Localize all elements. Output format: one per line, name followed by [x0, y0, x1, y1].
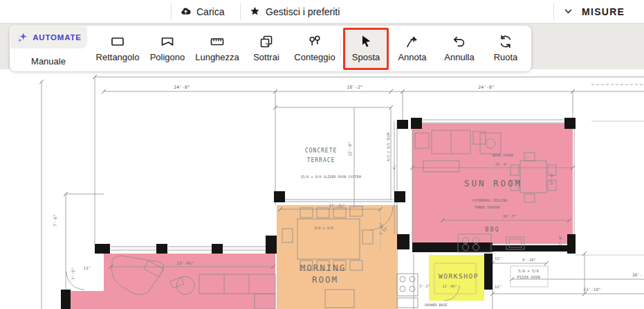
label-workshop: WORKSHOP — [439, 272, 479, 280]
upload-cloud-icon — [180, 6, 192, 17]
label-sldr: 4/3 x 4/5 SLDR — [386, 132, 390, 161]
label-cathedral: CATHEDRAL CEILING — [472, 198, 507, 202]
label-shower-base: SHOWER BASE — [424, 303, 447, 307]
label-sun-room: SUN ROOM — [464, 178, 522, 188]
label-dim-23-0: 23'-0" — [495, 162, 508, 166]
sparkle-icon — [16, 31, 29, 44]
label-dim-18-2: 18'-2" — [347, 85, 362, 90]
star-icon — [249, 6, 261, 17]
label-slider-door: 15/0 x 8/0 SLIDER DOOR SYSTEM — [300, 175, 360, 179]
automate-label: AUTOMATE — [33, 33, 82, 42]
label-wood-stove: WOOD STOVE — [493, 153, 513, 157]
tool-label: Poligono — [150, 52, 185, 62]
tool-label: Ruota — [494, 52, 518, 62]
label-morning-room: ROOM — [312, 274, 338, 285]
tool-sottrai[interactable]: Sottrai — [244, 28, 288, 69]
label-dim-7-6: 7'-6" — [53, 214, 57, 227]
label-dim-18-5: 18'-5" — [503, 214, 517, 218]
automate-toggle[interactable]: AUTOMATE — [10, 26, 87, 48]
label-bbq: BBQ — [485, 226, 499, 233]
manuale-tab[interactable]: Manuale — [10, 56, 87, 67]
tool-sposta-selected[interactable]: Sposta — [343, 28, 389, 70]
drawing-canvas[interactable]: 24'-0" 18'-2" 24'-0" 12'-0" CONCRETE TER… — [0, 23, 644, 309]
label-table-size: 8/0 x 3/9 — [314, 226, 333, 230]
tool-label: Lunghezza — [195, 52, 239, 62]
misure-label: MISURE — [582, 6, 625, 17]
tool-rettangolo[interactable]: Rettangolo — [95, 28, 140, 69]
count-pins-icon — [306, 33, 323, 50]
tool-label: Sottrai — [253, 52, 279, 62]
carica-label: Carica — [196, 6, 224, 17]
top-bar: Carica Gestisci i preferiti MISURE — [0, 0, 644, 24]
ruler-icon — [209, 33, 226, 50]
label-dim-23-8: 23'-8½" — [176, 261, 194, 265]
tool-annota[interactable]: Annota — [390, 28, 434, 69]
rotate-icon — [497, 33, 514, 50]
label-terrace-2: TERRACE — [307, 157, 335, 164]
tool-lunghezza[interactable]: Lunghezza — [195, 28, 239, 69]
label-dim-2-0: 2'-0" — [558, 235, 562, 245]
gestisci-preferiti-button[interactable]: Gestisci i preferiti — [249, 0, 340, 23]
label-dim-8-10: 8'-10" — [522, 258, 536, 262]
label-dim-24-left: 24'-0" — [174, 85, 190, 90]
label-three-season: THREE SEASON — [475, 205, 499, 209]
tools-toolbar: AUTOMATE Manuale Rettangolo Poligono Lun… — [10, 26, 531, 71]
label-dim-7-5: 7'-5" — [71, 267, 75, 280]
tool-ruota[interactable]: Ruota — [484, 28, 528, 69]
tool-label: Annulla — [444, 52, 474, 62]
tool-conteggio[interactable]: Conteggio — [293, 28, 337, 69]
room-morning[interactable] — [277, 205, 398, 309]
label-dim-24-right: 24'-0" — [478, 85, 494, 90]
label-dim-5-2: 5'-2" — [419, 284, 430, 288]
label-dim-17-6: 17'-6" — [549, 173, 553, 185]
tool-annulla[interactable]: Annulla — [437, 28, 481, 69]
rectangle-icon — [109, 33, 126, 50]
carica-button[interactable]: Carica — [180, 0, 224, 23]
gestisci-label: Gestisci i preferiti — [266, 6, 340, 17]
tool-poligono[interactable]: Poligono — [145, 28, 190, 69]
label-dim-30: 30'- — [632, 272, 642, 277]
divider — [240, 3, 241, 20]
label-dim-11-8: 11'-8½" — [442, 284, 457, 288]
floorplan-canvas[interactable]: 24'-0" 18'-2" 24'-0" 12'-0" CONCRETE TER… — [0, 69, 644, 309]
divider — [553, 3, 554, 20]
room-living-ext[interactable] — [66, 291, 104, 309]
label-dim-17-3: 17'-3½" — [329, 204, 344, 208]
polygon-icon — [159, 33, 176, 50]
label-11-c: 11" — [495, 285, 502, 289]
label-11-b: 11" — [495, 256, 502, 261]
misure-dropdown[interactable]: MISURE — [563, 0, 625, 23]
pen-icon — [404, 33, 421, 50]
label-terrace-1: CONCRETE — [305, 148, 338, 154]
cursor-icon — [358, 33, 374, 50]
label-dim-12-0: 12'-0" — [347, 141, 352, 157]
label-morning: MORNING — [300, 263, 347, 273]
label-11-a: 11" — [84, 265, 91, 270]
toolbar-divider — [340, 37, 341, 58]
chevron-down-icon — [563, 6, 573, 17]
label-pizza-1: 5/0 x 5/0 — [518, 269, 539, 273]
label-dim-23-10: 23'-10" — [583, 287, 600, 292]
tool-label: Rettangolo — [96, 52, 140, 62]
undo-icon — [451, 33, 468, 50]
tool-label: Conteggio — [294, 52, 335, 62]
tool-label: Sposta — [352, 52, 380, 62]
tool-label: Annota — [398, 52, 426, 62]
label-pizza-2: PIZZA OVEN — [517, 275, 540, 279]
divider — [171, 3, 172, 20]
subtract-icon — [258, 33, 275, 50]
label-6in: 6" — [392, 164, 398, 170]
